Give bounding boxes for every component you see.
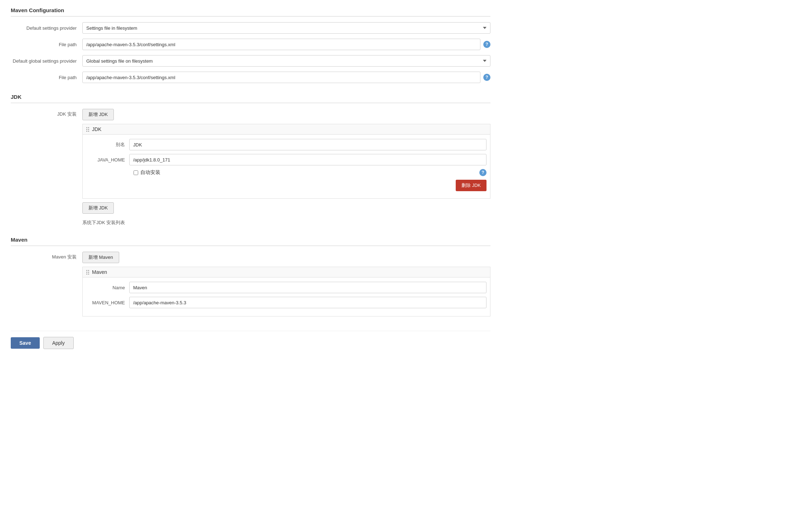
save-button[interactable]: Save [11, 337, 40, 349]
jdk-install-row: JDK 安装 新增 JDK JDK [11, 109, 490, 226]
add-maven-button[interactable]: 新增 Maven [82, 252, 119, 263]
file-path-2-row: File path ? [11, 72, 490, 83]
add-jdk-button-top[interactable]: 新增 JDK [82, 109, 114, 120]
file-path-1-input[interactable] [82, 39, 480, 50]
file-path-2-input-container: ? [82, 72, 490, 83]
jdk-section-title: JDK [11, 94, 490, 103]
jdk-item-header[interactable]: JDK [83, 124, 490, 135]
jdk-content: 新增 JDK JDK 别名 [82, 109, 490, 226]
jdk-item-body: 别名 JAVA_HOME 自动安装 ? [83, 135, 490, 198]
jdk-alias-label: 别名 [86, 141, 129, 148]
maven-item-header-label: Maven [92, 269, 107, 275]
jdk-install-label: JDK 安装 [11, 109, 82, 117]
jdk-section: JDK JDK 安装 新增 JDK JDK [11, 94, 490, 226]
add-jdk-button-bottom[interactable]: 新增 JDK [82, 202, 114, 214]
maven-home-row: MAVEN_HOME [86, 297, 487, 308]
maven-item-body: Name MAVEN_HOME [83, 277, 490, 316]
jdk-java-home-label: JAVA_HOME [86, 157, 129, 163]
maven-section: Maven Maven 安装 新增 Maven Maven [11, 237, 490, 320]
bottom-bar: Save Apply [11, 331, 490, 355]
jdk-item-header-label: JDK [92, 126, 101, 132]
maven-name-input[interactable] [129, 282, 487, 293]
maven-item: Maven Name MAVEN_HOME [82, 267, 490, 316]
default-global-settings-row: Default global settings provider Global … [11, 55, 490, 67]
maven-install-label: Maven 安装 [11, 252, 82, 260]
jdk-item: JDK 别名 JAVA_HOME [82, 124, 490, 199]
maven-install-row: Maven 安装 新增 Maven Maven [11, 252, 490, 320]
file-path-1-help-icon[interactable]: ? [483, 41, 490, 48]
jdk-auto-install-row: 自动安装 ? [86, 169, 487, 176]
maven-name-label: Name [86, 285, 129, 290]
maven-configuration-section: Maven Configuration Default settings pro… [11, 7, 490, 83]
jdk-alias-row: 别名 [86, 139, 487, 150]
default-settings-row: Default settings provider Settings file … [11, 22, 490, 34]
jdk-delete-row: 删除 JDK [86, 180, 487, 191]
jdk-delete-button[interactable]: 删除 JDK [456, 180, 487, 191]
file-path-2-input[interactable] [82, 72, 480, 83]
jdk-alias-input[interactable] [129, 139, 487, 150]
drag-handle-icon[interactable] [86, 127, 89, 132]
jdk-java-home-input[interactable] [129, 154, 487, 165]
apply-button[interactable]: Apply [43, 337, 74, 349]
jdk-auto-install-help-icon[interactable]: ? [479, 169, 487, 176]
maven-home-input[interactable] [129, 297, 487, 308]
jdk-auto-install-checkbox[interactable] [134, 170, 138, 175]
maven-home-label: MAVEN_HOME [86, 300, 129, 305]
default-settings-label: Default settings provider [11, 25, 82, 31]
file-path-1-label: File path [11, 42, 82, 47]
file-path-2-label: File path [11, 75, 82, 80]
maven-drag-handle-icon[interactable] [86, 270, 89, 275]
maven-name-row: Name [86, 282, 487, 293]
default-settings-select[interactable]: Settings file in filesystem Use default … [82, 22, 490, 34]
default-global-settings-select[interactable]: Global settings file on filesystem Use d… [82, 55, 490, 67]
system-jdk-note: 系统下JDK 安装列表 [82, 219, 490, 226]
jdk-java-home-row: JAVA_HOME [86, 154, 487, 165]
file-path-1-input-container: ? [82, 39, 490, 50]
file-path-1-row: File path ? [11, 39, 490, 50]
default-global-settings-label: Default global settings provider [11, 58, 82, 64]
maven-content: 新增 Maven Maven Name [82, 252, 490, 320]
maven-item-header[interactable]: Maven [83, 267, 490, 277]
maven-config-title: Maven Configuration [11, 7, 490, 16]
jdk-auto-install-label: 自动安装 [140, 169, 160, 176]
file-path-2-help-icon[interactable]: ? [483, 74, 490, 81]
maven-section-title: Maven [11, 237, 490, 246]
